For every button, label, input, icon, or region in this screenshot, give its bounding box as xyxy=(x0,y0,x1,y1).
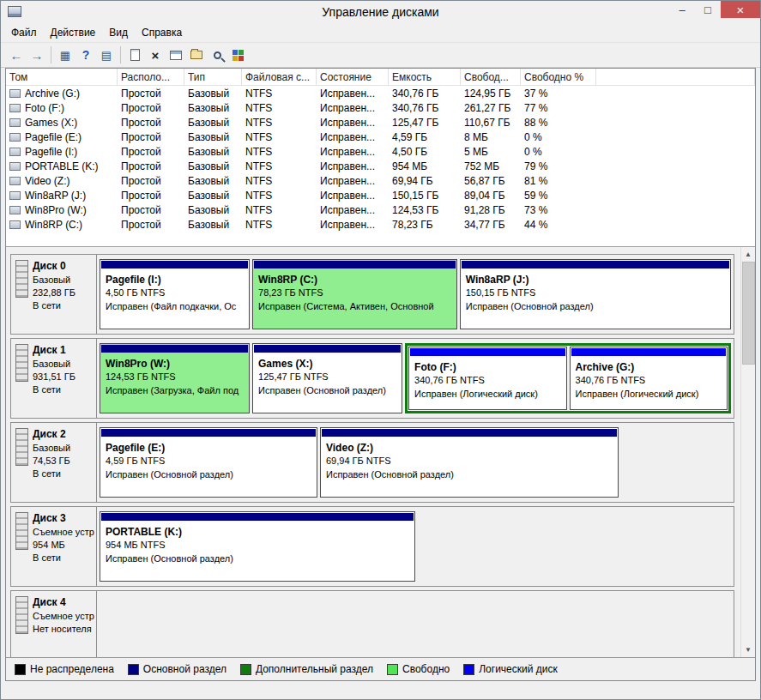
back-button[interactable]: ← xyxy=(6,45,27,65)
disk-type: Базовый xyxy=(33,442,70,455)
partition-label: Games (X:) xyxy=(258,358,399,370)
scroll-down-button[interactable]: ▼ xyxy=(741,643,755,657)
table-row[interactable]: PORTABLE (K:) Простой Базовый NTFS Испра… xyxy=(6,159,755,173)
disk-info[interactable]: Диск 0 Базовый 232,88 ГБ В сети xyxy=(11,255,97,334)
column-header-type[interactable]: Тип xyxy=(184,69,242,85)
cell-capacity: 124,53 ГБ xyxy=(389,204,461,216)
partition[interactable]: Win8Pro (W:) 124,53 ГБ NTFS Исправен (За… xyxy=(100,343,250,413)
table-header: Том Располо... Тип Файловая с... Состоян… xyxy=(6,69,755,86)
partition-size: 124,53 ГБ NTFS xyxy=(106,370,246,383)
forward-button[interactable]: → xyxy=(27,45,47,65)
partition[interactable]: Pagefile (E:) 4,59 ГБ NTFS Исправен (Осн… xyxy=(100,427,317,498)
scroll-thumb[interactable] xyxy=(742,262,755,365)
disk-info[interactable]: Диск 2 Базовый 74,53 ГБ В сети xyxy=(11,423,97,502)
partition-bar xyxy=(571,348,726,356)
column-header-free-pct[interactable]: Свободно % xyxy=(521,69,596,85)
partition-status: Исправен (Основной раздел) xyxy=(106,468,314,481)
column-header-capacity[interactable]: Емкость xyxy=(389,69,461,85)
toolbar: ← → ▦ ? ▤ × xyxy=(1,42,760,68)
delete-button[interactable]: × xyxy=(145,45,166,65)
new-volume-button[interactable] xyxy=(124,45,145,65)
disk-info[interactable]: Диск 1 Базовый 931,51 ГБ В сети xyxy=(11,339,97,418)
disk-type: Съемное устро xyxy=(33,526,94,539)
table-row[interactable]: Video (Z:) Простой Базовый NTFS Исправен… xyxy=(6,173,755,188)
explore-button[interactable] xyxy=(207,45,227,65)
properties-button[interactable] xyxy=(166,45,186,65)
legend-item: Дополнительный раздел xyxy=(240,663,373,675)
partition[interactable]: Win8RP (C:) 78,23 ГБ NTFS Исправен (Сист… xyxy=(252,259,457,329)
disk-info[interactable]: Диск 3 Съемное устро 954 МБ В сети xyxy=(11,507,97,586)
partition[interactable]: Video (Z:) 69,94 ГБ NTFS Исправен (Основ… xyxy=(320,427,619,498)
cell-layout: Простой xyxy=(118,190,184,202)
disk-size: 931,51 ГБ xyxy=(33,371,75,383)
disk-row-0: Диск 0 Базовый 232,88 ГБ В сети Pagefile… xyxy=(10,254,734,335)
minimize-button[interactable]: – xyxy=(669,1,695,18)
cell-free: 261,27 ГБ xyxy=(461,102,521,114)
column-header-free[interactable]: Свобод... xyxy=(461,69,521,85)
partition[interactable]: Pagefile (I:) 4,50 ГБ NTFS Исправен (Фай… xyxy=(100,259,250,329)
volume-icon xyxy=(9,118,21,127)
volume-icon xyxy=(9,206,21,214)
disk-info[interactable]: Диск 4 Съемное устро Нет носителя xyxy=(11,591,97,657)
disk-size: 74,53 ГБ xyxy=(33,455,70,468)
cell-free: 8 МБ xyxy=(461,131,521,143)
legend-label: Не распределена xyxy=(30,663,114,675)
legend-label: Логический диск xyxy=(479,663,558,675)
console-content: Том Располо... Тип Файловая с... Состоян… xyxy=(5,68,756,681)
scrollbar[interactable]: ▲ ▼ xyxy=(740,247,755,657)
partition[interactable]: Win8aRP (J:) 150,15 ГБ NTFS Исправен (Ос… xyxy=(460,259,731,329)
open-folder-icon xyxy=(190,51,202,59)
partition-label: PORTABLE (K:) xyxy=(106,526,412,538)
maximize-button[interactable]: □ xyxy=(695,1,721,18)
partition-status: Исправен (Основной раздел) xyxy=(466,299,728,313)
menu-item-file[interactable]: Файл xyxy=(4,24,44,41)
table-row[interactable]: Games (X:) Простой Базовый NTFS Исправен… xyxy=(6,115,755,130)
menu-item-help[interactable]: Справка xyxy=(135,24,189,41)
volume-name: Pagefile (I:) xyxy=(25,146,77,158)
partition[interactable]: PORTABLE (K:) 954 МБ NTFS Исправен (Осно… xyxy=(100,511,415,582)
volume-icon xyxy=(9,220,21,229)
partition-status: Исправен (Основной раздел) xyxy=(326,468,615,481)
column-header-layout[interactable]: Располо... xyxy=(118,69,184,85)
cell-layout: Простой xyxy=(118,131,184,143)
table-row[interactable]: Pagefile (E:) Простой Базовый NTFS Испра… xyxy=(6,130,755,144)
table-row[interactable]: Win8RP (C:) Простой Базовый NTFS Исправе… xyxy=(6,217,755,232)
cell-free-pct: 0 % xyxy=(521,146,596,158)
volume-icon xyxy=(9,162,21,171)
menu-item-view[interactable]: Вид xyxy=(102,24,135,41)
volume-name: Win8Pro (W:) xyxy=(25,204,87,216)
partition[interactable]: Games (X:) 125,47 ГБ NTFS Исправен (Осно… xyxy=(252,343,402,413)
partition[interactable]: Archive (G:) 340,76 ГБ NTFS Исправен (Ло… xyxy=(570,347,728,410)
view-options-icon xyxy=(233,50,238,55)
volume-name: Pagefile (E:) xyxy=(25,131,82,143)
extended-partition: Foto (F:) 340,76 ГБ NTFS Исправен (Логич… xyxy=(405,343,731,413)
table-row[interactable]: Win8aRP (J:) Простой Базовый NTFS Исправ… xyxy=(6,188,755,202)
table-row[interactable]: Pagefile (I:) Простой Базовый NTFS Испра… xyxy=(6,144,755,159)
column-header-status[interactable]: Состояние xyxy=(317,69,389,85)
search-icon xyxy=(214,51,221,59)
scroll-up-button[interactable]: ▲ xyxy=(741,247,755,262)
menu-item-action[interactable]: Действие xyxy=(44,24,103,41)
view-options-button[interactable] xyxy=(227,45,248,65)
partition[interactable]: Foto (F:) 340,76 ГБ NTFS Исправен (Логич… xyxy=(408,347,566,410)
close-button[interactable]: × xyxy=(721,1,760,18)
column-header-filesystem[interactable]: Файловая с... xyxy=(242,69,317,85)
cell-type: Базовый xyxy=(184,131,242,143)
cell-layout: Простой xyxy=(118,175,184,187)
disk-name: Диск 1 xyxy=(33,344,75,356)
console-tree-button[interactable]: ▦ xyxy=(55,45,75,65)
caption-buttons: – □ × xyxy=(669,1,760,18)
table-row[interactable]: Archive (G:) Простой Базовый NTFS Исправ… xyxy=(6,86,755,100)
partition-size: 340,76 ГБ NTFS xyxy=(414,373,563,387)
legend: Не распределена Основной раздел Дополнит… xyxy=(6,657,755,680)
table-row[interactable]: Foto (F:) Простой Базовый NTFS Исправен.… xyxy=(6,100,755,115)
partition-label: Video (Z:) xyxy=(326,442,615,454)
list-view-button[interactable]: ▤ xyxy=(96,45,117,65)
partition-size: 150,15 ГБ NTFS xyxy=(466,286,728,299)
partition-size: 69,94 ГБ NTFS xyxy=(326,454,615,468)
column-header-volume[interactable]: Том xyxy=(6,69,118,85)
volume-name: Foto (F:) xyxy=(25,102,64,114)
open-folder-button[interactable] xyxy=(186,45,207,65)
table-row[interactable]: Win8Pro (W:) Простой Базовый NTFS Исправ… xyxy=(6,202,755,217)
help-button[interactable]: ? xyxy=(75,45,96,65)
